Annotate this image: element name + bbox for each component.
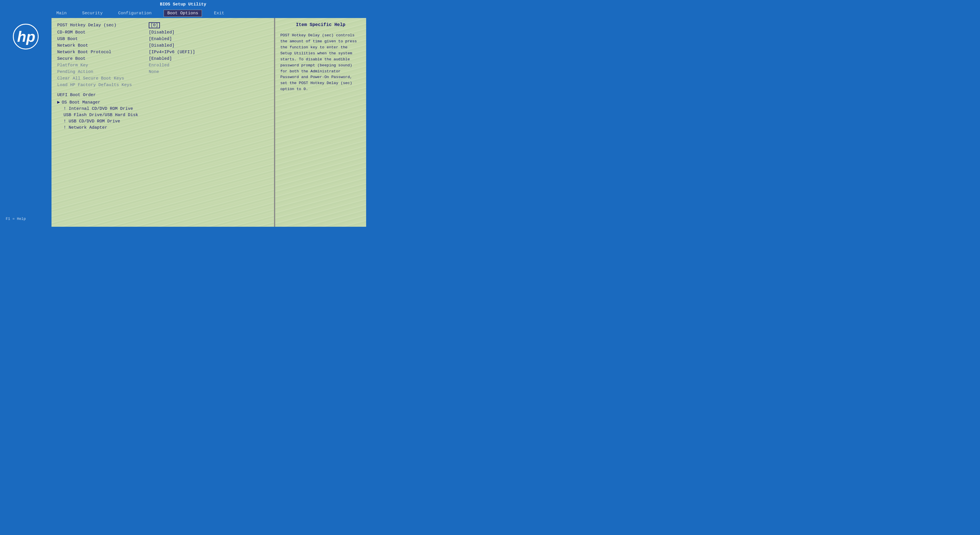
boot-order-label-4: ! Network Adapter [64, 125, 107, 130]
settings-value-5: [Enabled] [149, 56, 172, 61]
bios-title: BIOS Setup Utility [160, 2, 206, 7]
settings-label-4: Network Boot Protocol [57, 50, 149, 55]
nav-item-security[interactable]: Security [79, 10, 106, 17]
settings-value-0: [0] [149, 22, 160, 28]
help-text: POST Hotkey Delay (sec) controls the amo… [280, 33, 361, 92]
settings-value-1: [Disabled] [149, 30, 175, 35]
nav-item-configuration[interactable]: Configuration [115, 10, 155, 17]
settings-value-3: [Disabled] [149, 43, 175, 48]
settings-label-5: Secure Boot [57, 56, 149, 61]
f1-help-label: F1 = Help [6, 217, 26, 221]
settings-row-4[interactable]: Network Boot Protocol[IPv4+IPv6 (UEFI)] [57, 50, 268, 55]
settings-row-6: Platform KeyEnrolled [57, 63, 268, 68]
settings-label-2: USB Boot [57, 37, 149, 41]
settings-label-7: Pending Action [57, 70, 149, 75]
settings-area: POST Hotkey Delay (sec)[0]CD-ROM Boot[Di… [51, 18, 274, 136]
settings-value-7: None [149, 70, 159, 75]
settings-row-7: Pending ActionNone [57, 70, 268, 75]
settings-label-3: Network Boot [57, 43, 149, 48]
boot-order-item-1[interactable]: ! Internal CD/DVD ROM Drive [57, 106, 268, 111]
title-bar: BIOS Setup Utility [0, 0, 366, 9]
uefi-boot-order-header: UEFI Boot Order [57, 93, 268, 97]
settings-row-8: Clear All Secure Boot Keys [57, 76, 268, 81]
settings-label-0: POST Hotkey Delay (sec) [57, 23, 149, 28]
settings-row-2[interactable]: USB Boot[Enabled] [57, 37, 268, 41]
nav-bar: MainSecurityConfigurationBoot OptionsExi… [0, 9, 366, 18]
boot-order-item-3[interactable]: ! USB CD/DVD ROM Drive [57, 119, 268, 124]
settings-row-9: Load HP Factory Defaults Keys [57, 83, 268, 87]
boot-order-item-4[interactable]: ! Network Adapter [57, 125, 268, 130]
settings-label-8: Clear All Secure Boot Keys [57, 76, 149, 81]
main-layout: hp F1 = Help POST Hotkey Delay (sec)[0]C… [0, 18, 366, 227]
boot-order-label-0: OS Boot Manager [62, 100, 100, 105]
boot-order-label-1: ! Internal CD/DVD ROM Drive [64, 106, 133, 111]
settings-value-2: [Enabled] [149, 37, 172, 41]
hp-logo: hp [13, 24, 39, 49]
boot-order-item-2[interactable]: USB Flash Drive/USB Hard Disk [57, 113, 268, 117]
nav-item-exit[interactable]: Exit [210, 10, 228, 17]
settings-value-6: Enrolled [149, 63, 169, 68]
boot-order-arrow-icon: ▶ [57, 99, 60, 105]
boot-order-label-2: USB Flash Drive/USB Hard Disk [64, 113, 138, 117]
logo-panel: hp F1 = Help [0, 18, 51, 227]
nav-item-main[interactable]: Main [53, 10, 70, 17]
nav-item-boot-options[interactable]: Boot Options [164, 10, 202, 17]
settings-row-3[interactable]: Network Boot[Disabled] [57, 43, 268, 48]
settings-value-4: [IPv4+IPv6 (UEFI)] [149, 50, 195, 55]
help-title: Item Specific Help [280, 22, 361, 27]
boot-order-item-0[interactable]: ▶OS Boot Manager [57, 99, 268, 105]
settings-label-6: Platform Key [57, 63, 149, 68]
settings-row-5[interactable]: Secure Boot[Enabled] [57, 56, 268, 61]
help-panel: Item Specific Help POST Hotkey Delay (se… [275, 18, 366, 227]
settings-row-0[interactable]: POST Hotkey Delay (sec)[0] [57, 22, 268, 28]
boot-order-label-3: ! USB CD/DVD ROM Drive [64, 119, 120, 124]
settings-label-1: CD-ROM Boot [57, 30, 149, 35]
settings-label-9: Load HP Factory Defaults Keys [57, 83, 149, 87]
content-panel: POST Hotkey Delay (sec)[0]CD-ROM Boot[Di… [51, 18, 274, 227]
settings-row-1[interactable]: CD-ROM Boot[Disabled] [57, 30, 268, 35]
svg-text:hp: hp [17, 28, 35, 45]
